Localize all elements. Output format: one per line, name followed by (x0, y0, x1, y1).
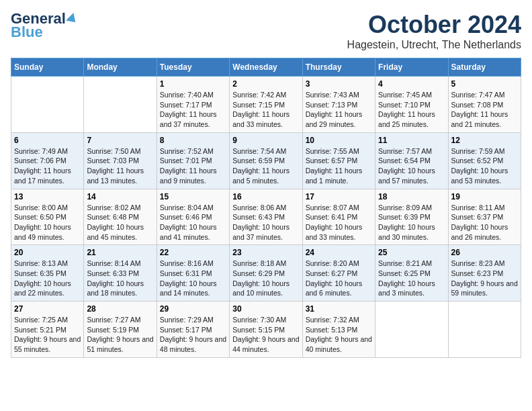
calendar-cell: 20Sunrise: 8:13 AMSunset: 6:35 PMDayligh… (11, 245, 84, 302)
day-number: 16 (232, 192, 299, 201)
month-title: October 2024 (347, 11, 521, 39)
title-block: October 2024 Hagestein, Utrecht, The Net… (347, 11, 521, 51)
cell-info: Sunrise: 7:30 AMSunset: 5:15 PMDaylight:… (232, 316, 299, 353)
calendar-cell: 9Sunrise: 7:54 AMSunset: 6:59 PMDaylight… (230, 132, 302, 189)
cell-info: Sunrise: 7:54 AMSunset: 6:59 PMDaylight:… (232, 147, 290, 185)
page-header: General Blue October 2024 Hagestein, Utr… (11, 11, 521, 51)
day-number: 22 (160, 248, 226, 257)
calendar-cell: 2Sunrise: 7:42 AMSunset: 7:15 PMDaylight… (230, 77, 302, 133)
calendar-cell: 11Sunrise: 7:57 AMSunset: 6:54 PMDayligh… (375, 132, 448, 189)
day-number: 18 (378, 192, 445, 201)
cell-info: Sunrise: 8:18 AMSunset: 6:29 PMDaylight:… (232, 259, 290, 297)
day-number: 21 (87, 248, 153, 257)
calendar-cell (11, 77, 84, 133)
day-number: 26 (451, 248, 518, 257)
calendar-cell: 31Sunrise: 7:32 AMSunset: 5:13 PMDayligh… (302, 302, 375, 358)
day-number: 17 (306, 192, 372, 201)
cell-info: Sunrise: 8:07 AMSunset: 6:41 PMDaylight:… (306, 203, 363, 241)
day-number: 3 (306, 79, 372, 89)
day-number: 15 (160, 192, 226, 201)
header-friday: Friday (375, 58, 448, 77)
cell-info: Sunrise: 7:40 AMSunset: 7:17 PMDaylight:… (160, 91, 217, 128)
cell-info: Sunrise: 7:47 AMSunset: 7:08 PMDaylight:… (451, 91, 508, 128)
day-number: 5 (451, 79, 518, 89)
day-number: 25 (378, 248, 445, 257)
day-number: 30 (232, 304, 299, 314)
day-number: 14 (87, 192, 153, 201)
calendar-cell (375, 302, 448, 358)
day-number: 10 (306, 136, 372, 145)
calendar-cell: 6Sunrise: 7:49 AMSunset: 7:06 PMDaylight… (11, 132, 84, 189)
cell-info: Sunrise: 8:23 AMSunset: 6:23 PMDaylight:… (451, 259, 518, 297)
calendar-cell: 17Sunrise: 8:07 AMSunset: 6:41 PMDayligh… (302, 189, 375, 245)
calendar-cell: 15Sunrise: 8:04 AMSunset: 6:46 PMDayligh… (157, 189, 229, 245)
header-tuesday: Tuesday (157, 58, 229, 77)
cell-info: Sunrise: 7:59 AMSunset: 6:52 PMDaylight:… (451, 147, 508, 185)
calendar-header-row: SundayMondayTuesdayWednesdayThursdayFrid… (11, 58, 521, 77)
cell-info: Sunrise: 8:21 AMSunset: 6:25 PMDaylight:… (378, 259, 435, 297)
calendar-cell: 30Sunrise: 7:30 AMSunset: 5:15 PMDayligh… (230, 302, 302, 358)
calendar-cell: 13Sunrise: 8:00 AMSunset: 6:50 PMDayligh… (11, 189, 84, 245)
day-number: 29 (160, 304, 226, 314)
day-number: 28 (87, 304, 153, 314)
calendar-cell: 28Sunrise: 7:27 AMSunset: 5:19 PMDayligh… (84, 302, 157, 358)
calendar-cell: 24Sunrise: 8:20 AMSunset: 6:27 PMDayligh… (302, 245, 375, 302)
calendar-cell: 4Sunrise: 7:45 AMSunset: 7:10 PMDaylight… (375, 77, 448, 133)
calendar-week-row: 13Sunrise: 8:00 AMSunset: 6:50 PMDayligh… (11, 189, 521, 245)
day-number: 2 (232, 79, 299, 89)
cell-info: Sunrise: 8:04 AMSunset: 6:46 PMDaylight:… (160, 203, 217, 241)
header-saturday: Saturday (448, 58, 521, 77)
day-number: 9 (232, 136, 299, 145)
header-thursday: Thursday (302, 58, 375, 77)
cell-info: Sunrise: 7:29 AMSunset: 5:17 PMDaylight:… (160, 316, 226, 353)
calendar-cell: 3Sunrise: 7:43 AMSunset: 7:13 PMDaylight… (302, 77, 375, 133)
day-number: 31 (306, 304, 372, 314)
cell-info: Sunrise: 8:11 AMSunset: 6:37 PMDaylight:… (451, 203, 508, 241)
day-number: 27 (14, 304, 81, 314)
cell-info: Sunrise: 7:25 AMSunset: 5:21 PMDaylight:… (14, 316, 81, 353)
cell-info: Sunrise: 7:32 AMSunset: 5:13 PMDaylight:… (306, 316, 372, 353)
calendar-cell: 7Sunrise: 7:50 AMSunset: 7:03 PMDaylight… (84, 132, 157, 189)
day-number: 24 (306, 248, 372, 257)
calendar-cell: 8Sunrise: 7:52 AMSunset: 7:01 PMDaylight… (157, 132, 229, 189)
calendar-week-row: 1Sunrise: 7:40 AMSunset: 7:17 PMDaylight… (11, 77, 521, 133)
calendar-cell (84, 77, 157, 133)
cell-info: Sunrise: 7:50 AMSunset: 7:03 PMDaylight:… (87, 147, 144, 185)
calendar-table: SundayMondayTuesdayWednesdayThursdayFrid… (11, 58, 521, 358)
calendar-cell: 18Sunrise: 8:09 AMSunset: 6:39 PMDayligh… (375, 189, 448, 245)
calendar-cell: 10Sunrise: 7:55 AMSunset: 6:57 PMDayligh… (302, 132, 375, 189)
day-number: 11 (378, 136, 445, 145)
calendar-cell: 21Sunrise: 8:14 AMSunset: 6:33 PMDayligh… (84, 245, 157, 302)
day-number: 12 (451, 136, 518, 145)
cell-info: Sunrise: 8:16 AMSunset: 6:31 PMDaylight:… (160, 259, 217, 297)
day-number: 4 (378, 79, 445, 89)
calendar-cell: 29Sunrise: 7:29 AMSunset: 5:17 PMDayligh… (157, 302, 229, 358)
cell-info: Sunrise: 7:57 AMSunset: 6:54 PMDaylight:… (378, 147, 435, 185)
calendar-cell: 5Sunrise: 7:47 AMSunset: 7:08 PMDaylight… (448, 77, 521, 133)
day-number: 19 (451, 192, 518, 201)
day-number: 6 (14, 136, 81, 145)
calendar-week-row: 20Sunrise: 8:13 AMSunset: 6:35 PMDayligh… (11, 245, 521, 302)
calendar-cell: 22Sunrise: 8:16 AMSunset: 6:31 PMDayligh… (157, 245, 229, 302)
calendar-week-row: 27Sunrise: 7:25 AMSunset: 5:21 PMDayligh… (11, 302, 521, 358)
cell-info: Sunrise: 7:55 AMSunset: 6:57 PMDaylight:… (306, 147, 363, 185)
day-number: 7 (87, 136, 153, 145)
cell-info: Sunrise: 8:13 AMSunset: 6:35 PMDaylight:… (14, 259, 71, 297)
cell-info: Sunrise: 7:49 AMSunset: 7:06 PMDaylight:… (14, 147, 71, 185)
day-number: 1 (160, 79, 226, 89)
cell-info: Sunrise: 8:09 AMSunset: 6:39 PMDaylight:… (378, 203, 435, 241)
calendar-cell: 27Sunrise: 7:25 AMSunset: 5:21 PMDayligh… (11, 302, 84, 358)
location-title: Hagestein, Utrecht, The Netherlands (347, 39, 521, 51)
calendar-cell: 12Sunrise: 7:59 AMSunset: 6:52 PMDayligh… (448, 132, 521, 189)
cell-info: Sunrise: 7:27 AMSunset: 5:19 PMDaylight:… (87, 316, 153, 353)
calendar-cell (448, 302, 521, 358)
calendar-cell: 16Sunrise: 8:06 AMSunset: 6:43 PMDayligh… (230, 189, 302, 245)
day-number: 20 (14, 248, 81, 257)
calendar-cell: 1Sunrise: 7:40 AMSunset: 7:17 PMDaylight… (157, 77, 229, 133)
cell-info: Sunrise: 7:42 AMSunset: 7:15 PMDaylight:… (232, 91, 290, 128)
calendar-cell: 14Sunrise: 8:02 AMSunset: 6:48 PMDayligh… (84, 189, 157, 245)
logo: General Blue (11, 11, 78, 40)
day-number: 13 (14, 192, 81, 201)
cell-info: Sunrise: 8:02 AMSunset: 6:48 PMDaylight:… (87, 203, 144, 241)
cell-info: Sunrise: 8:20 AMSunset: 6:27 PMDaylight:… (306, 259, 363, 297)
